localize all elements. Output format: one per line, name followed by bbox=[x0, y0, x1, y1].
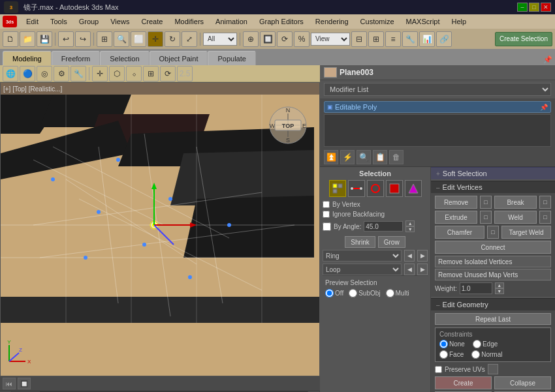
ring-prev-btn[interactable]: ◀ bbox=[404, 250, 415, 262]
angle-value-input[interactable] bbox=[364, 221, 403, 232]
viewport-canvas[interactable]: N E S W TOP Y bbox=[1, 95, 319, 376]
subobj-poly-icon[interactable] bbox=[386, 180, 403, 197]
menu-maxscript[interactable]: MAXScript bbox=[401, 16, 445, 27]
extrude-button[interactable]: Extrude bbox=[435, 211, 477, 224]
mod-action-3[interactable]: 🔍 bbox=[357, 150, 371, 164]
preview-off-radio[interactable]: Off bbox=[325, 289, 343, 297]
subobj-edge-icon[interactable] bbox=[348, 180, 365, 197]
sub-btn-3[interactable]: ◎ bbox=[37, 66, 52, 82]
tab-freeform[interactable]: Freeform bbox=[52, 51, 101, 65]
rect-select-btn[interactable]: ⬜ bbox=[131, 31, 146, 47]
weight-down-btn[interactable]: ▼ bbox=[495, 288, 504, 294]
subobj-element-icon[interactable] bbox=[405, 180, 422, 197]
scale-btn[interactable]: ⤢ bbox=[182, 31, 197, 47]
mod-action-5[interactable]: 🗑 bbox=[389, 150, 404, 164]
loop-select[interactable]: Loop bbox=[323, 264, 402, 275]
subobj-border-icon[interactable] bbox=[367, 180, 384, 197]
loop-prev-btn[interactable]: ◀ bbox=[404, 264, 415, 275]
sub-btn-1[interactable]: 🌐 bbox=[3, 66, 18, 82]
modifier-list-area[interactable] bbox=[324, 114, 551, 147]
remove-button[interactable]: Remove bbox=[435, 196, 477, 209]
remove-isolated-button[interactable]: Remove Isolated Vertices bbox=[435, 256, 551, 267]
close-button[interactable]: ✕ bbox=[541, 3, 551, 12]
edit-geometry-header[interactable]: – Edit Geometry bbox=[431, 298, 555, 310]
break-button[interactable]: Break bbox=[494, 196, 537, 209]
break-sq-button[interactable]: □ bbox=[539, 196, 551, 209]
tab-modeling[interactable]: Modeling bbox=[3, 51, 52, 65]
preview-off-input[interactable] bbox=[325, 289, 334, 297]
connect-button[interactable]: Connect bbox=[435, 241, 551, 254]
sub-btn-8[interactable]: ⬦ bbox=[126, 66, 142, 82]
shrink-button[interactable]: Shrink bbox=[345, 236, 375, 248]
sub-btn-4[interactable]: ⚙ bbox=[54, 66, 69, 82]
angle-down-btn[interactable]: ▼ bbox=[405, 226, 415, 232]
redo-btn[interactable]: ↪ bbox=[75, 31, 91, 47]
sub-btn-num[interactable]: 2.5 bbox=[177, 66, 193, 82]
soft-selection-header[interactable]: + Soft Selection bbox=[431, 167, 555, 179]
sub-btn-10[interactable]: ⟳ bbox=[160, 66, 176, 82]
editable-poly-item[interactable]: ▣ Editable Poly 📌 bbox=[324, 101, 551, 113]
weld-button[interactable]: Weld bbox=[494, 211, 537, 224]
target-weld-button[interactable]: Target Weld bbox=[501, 226, 551, 239]
mod-action-2[interactable]: ⚡ bbox=[340, 150, 355, 164]
weight-up-btn[interactable]: ▲ bbox=[495, 282, 504, 288]
maximize-button[interactable]: □ bbox=[529, 3, 539, 12]
edge-radio[interactable]: Edge bbox=[473, 340, 498, 348]
menu-rendering[interactable]: Rendering bbox=[310, 16, 354, 27]
repeat-last-button[interactable]: Repeat Last bbox=[435, 313, 551, 325]
subobj-vertex-icon[interactable] bbox=[329, 180, 346, 197]
schematic-btn[interactable]: 🔗 bbox=[436, 31, 452, 47]
viewport-3d[interactable]: [+] [Top] [Realistic...] bbox=[0, 82, 320, 376]
menu-group[interactable]: Group bbox=[74, 16, 104, 27]
weight-input[interactable] bbox=[460, 282, 492, 294]
layer-btn[interactable]: ≡ bbox=[385, 31, 401, 47]
preview-subobj-input[interactable] bbox=[349, 289, 357, 297]
new-scene-btn[interactable]: 🗋 bbox=[3, 31, 18, 47]
select-filter-btn[interactable]: ⊕ bbox=[243, 31, 259, 47]
none-radio[interactable]: None bbox=[439, 340, 465, 348]
tab-object-paint[interactable]: Object Paint bbox=[150, 51, 208, 65]
sub-btn-6[interactable]: ✛ bbox=[92, 66, 108, 82]
menu-tools[interactable]: Tools bbox=[45, 16, 72, 27]
remove-unused-button[interactable]: Remove Unused Map Verts bbox=[435, 269, 551, 280]
by-angle-checkbox[interactable] bbox=[323, 222, 331, 231]
create-button[interactable]: Create bbox=[435, 376, 492, 389]
view-select[interactable]: View World bbox=[311, 33, 350, 46]
menu-customize[interactable]: Customize bbox=[355, 16, 400, 27]
modifier-pin-icon[interactable]: 📌 bbox=[540, 104, 548, 111]
remove-sq-button[interactable]: □ bbox=[480, 196, 492, 209]
extrude-sq-button[interactable]: □ bbox=[480, 211, 492, 224]
pct-snap-btn[interactable]: % bbox=[294, 31, 309, 47]
object-color-swatch[interactable] bbox=[324, 67, 337, 78]
menu-views[interactable]: Views bbox=[105, 16, 135, 27]
align-btn[interactable]: ⊟ bbox=[351, 31, 367, 47]
create-selection-button[interactable]: Create Selection bbox=[495, 32, 552, 46]
chamfer-button[interactable]: Chamfer bbox=[435, 226, 484, 239]
snap-btn[interactable]: 🔲 bbox=[260, 31, 276, 47]
chamfer-sq-button[interactable]: □ bbox=[487, 226, 499, 239]
tab-selection[interactable]: Selection bbox=[100, 51, 149, 65]
minimize-button[interactable]: – bbox=[517, 3, 528, 12]
angle-up-btn[interactable]: ▲ bbox=[405, 220, 415, 226]
preview-multi-input[interactable] bbox=[386, 289, 394, 297]
mirror-btn[interactable]: ⊞ bbox=[368, 31, 384, 47]
edge-radio-input[interactable] bbox=[473, 340, 481, 348]
move-btn[interactable]: ✛ bbox=[148, 31, 163, 47]
sub-btn-7[interactable]: ⬡ bbox=[109, 66, 125, 82]
normal-radio[interactable]: Normal bbox=[471, 350, 502, 359]
rotate-btn[interactable]: ↻ bbox=[165, 31, 180, 47]
tab-populate[interactable]: Populate bbox=[208, 51, 255, 65]
none-radio-input[interactable] bbox=[439, 340, 448, 348]
ribbon-pin[interactable]: 📌 bbox=[541, 54, 555, 65]
save-btn[interactable]: 💾 bbox=[37, 31, 52, 47]
ribbon-btn[interactable]: 🔧 bbox=[402, 31, 418, 47]
preview-subobj-radio[interactable]: SubObj bbox=[349, 289, 380, 297]
open-btn[interactable]: 📁 bbox=[20, 31, 35, 47]
by-vertex-checkbox[interactable] bbox=[323, 201, 330, 208]
grow-button[interactable]: Grow bbox=[378, 236, 405, 248]
normal-radio-input[interactable] bbox=[471, 350, 480, 359]
select-by-name-btn[interactable]: 🔍 bbox=[114, 31, 129, 47]
preview-multi-radio[interactable]: Multi bbox=[386, 289, 409, 297]
weld-sq-button[interactable]: □ bbox=[539, 211, 551, 224]
menu-create[interactable]: Create bbox=[136, 16, 168, 27]
